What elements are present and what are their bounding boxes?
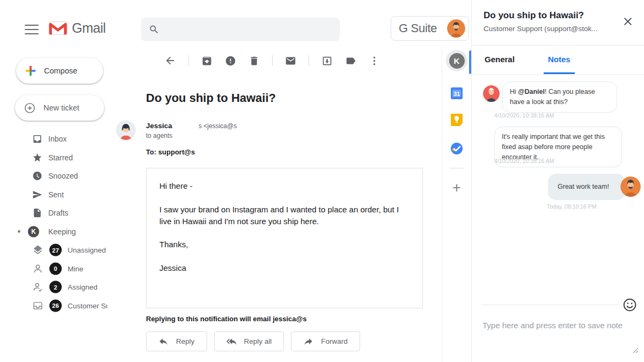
compose-label: Compose — [44, 67, 77, 75]
note-bubble-own: Great work team! — [548, 174, 625, 200]
labels-icon[interactable] — [345, 55, 356, 67]
search-bar[interactable] — [141, 18, 340, 41]
reply-button[interactable]: Reply — [146, 331, 207, 351]
new-ticket-plus-icon — [24, 102, 36, 114]
note-bubble: Hi @Daniel! Can you please have a look a… — [502, 82, 617, 113]
toolbar-divider — [188, 55, 189, 66]
archive-icon[interactable] — [201, 55, 213, 67]
compose-plus-icon — [25, 65, 36, 77]
gmail-logo[interactable]: Gmail — [48, 20, 106, 36]
close-icon[interactable] — [623, 16, 633, 27]
delete-icon[interactable] — [248, 55, 260, 67]
unassigned-count-badge: 27 — [49, 244, 62, 256]
forward-icon — [303, 336, 313, 346]
person-check-icon — [32, 282, 43, 293]
reply-icon — [158, 336, 169, 346]
get-addons-icon[interactable]: + — [452, 181, 461, 195]
layers-icon — [32, 245, 43, 256]
star-icon — [32, 152, 42, 162]
email-body: Hi there - I saw your brand on Instagram… — [146, 168, 423, 308]
gsuite-account-chip[interactable]: G Suite — [391, 16, 469, 41]
email-view: Do you ship to Hawaii? Jessica s <jessic… — [107, 43, 442, 362]
sender-recipients[interactable]: to agents — [146, 132, 172, 139]
email-actions: Reply Reply all Forward — [146, 331, 360, 351]
tab-general[interactable]: General — [485, 55, 515, 64]
keeping-logo: K — [28, 226, 39, 237]
account-avatar[interactable] — [447, 19, 465, 38]
body-paragraph: I saw your brand on Instagram and I want… — [159, 204, 409, 227]
search-input[interactable] — [166, 25, 332, 34]
sender-email: s <jessica@s — [199, 122, 237, 130]
sender-avatar — [116, 120, 136, 140]
sender-name[interactable]: Jessica — [146, 122, 172, 130]
panel-tabs: General Notes — [472, 46, 644, 75]
composer-divider — [481, 305, 619, 305]
strip-divider — [450, 168, 464, 168]
note-timestamp: 4/10/2020, 10:38:16 AM — [494, 158, 554, 164]
body-paragraph: Thanks, — [159, 239, 409, 250]
mark-unread-icon[interactable] — [285, 55, 296, 67]
tray-icon — [32, 300, 43, 311]
keeping-panel: Do you ship to Hawaii? Customer Support … — [471, 0, 644, 362]
toolbar-divider — [309, 55, 309, 66]
body-paragraph: Jessica — [159, 262, 409, 274]
search-icon — [149, 24, 159, 35]
person-icon — [32, 263, 43, 274]
new-ticket-label: New ticket — [43, 104, 79, 112]
back-icon[interactable] — [164, 55, 176, 67]
move-to-icon[interactable] — [321, 55, 333, 67]
draft-icon — [32, 208, 42, 218]
assigned-count-badge: 2 — [49, 281, 62, 293]
svg-text:31: 31 — [453, 91, 460, 97]
tasks-icon[interactable] — [450, 142, 463, 155]
gmail-topbar: Gmail G Suite — [0, 0, 471, 43]
clock-icon — [32, 171, 42, 181]
gmail-envelope-icon — [48, 21, 68, 35]
compose-button[interactable]: Compose — [16, 58, 103, 84]
reply-all-button[interactable]: Reply all — [214, 331, 284, 351]
reply-notice: Replying to this notification will email… — [146, 315, 306, 323]
mention: @Daniel — [518, 88, 545, 95]
gsuite-label: G Suite — [399, 21, 437, 35]
panel-ticket-subtitle: Customer Support (support@stok... — [484, 25, 632, 33]
reply-all-icon — [226, 336, 237, 346]
note-timestamp: 4/10/2020, 10:38:16 AM — [494, 112, 554, 119]
own-avatar — [620, 176, 641, 197]
toolbar-divider — [272, 55, 273, 66]
mine-count-badge: 0 — [49, 262, 62, 275]
chevron-down-icon[interactable]: ▼ — [17, 229, 21, 234]
main-menu-icon[interactable] — [25, 25, 39, 34]
keeping-addon-icon[interactable]: K — [446, 50, 467, 71]
email-toolbar — [164, 53, 380, 69]
tab-notes[interactable]: Notes — [548, 55, 570, 64]
report-spam-icon[interactable] — [225, 55, 236, 67]
send-icon — [32, 189, 42, 200]
new-ticket-button[interactable]: New ticket — [15, 95, 104, 121]
to-line: To: support@s — [146, 148, 195, 156]
inbox-icon — [32, 134, 42, 144]
active-tab-indicator — [544, 72, 575, 74]
resize-handle-icon[interactable] — [633, 348, 639, 353]
gmail-wordmark: Gmail — [72, 20, 106, 36]
customer-support-count-badge: 26 — [49, 299, 62, 312]
email-subject: Do you ship to Hawaii? — [146, 91, 276, 105]
note-timestamp: Today, 08:10:16 PM — [547, 203, 597, 210]
panel-ticket-title: Do you ship to Hawaii? — [484, 10, 632, 21]
body-paragraph: Hi there - — [159, 180, 409, 192]
panel-header: Do you ship to Hawaii? Customer Support … — [472, 0, 644, 46]
calendar-icon[interactable]: 31 — [450, 87, 463, 100]
note-author-avatar — [483, 85, 500, 102]
emoji-icon[interactable] — [623, 298, 637, 312]
note-input[interactable] — [482, 321, 634, 358]
addon-strip: K 31 + — [442, 46, 471, 362]
forward-button[interactable]: Forward — [291, 331, 360, 351]
more-options-icon[interactable] — [369, 55, 380, 67]
keep-icon[interactable] — [450, 113, 463, 126]
